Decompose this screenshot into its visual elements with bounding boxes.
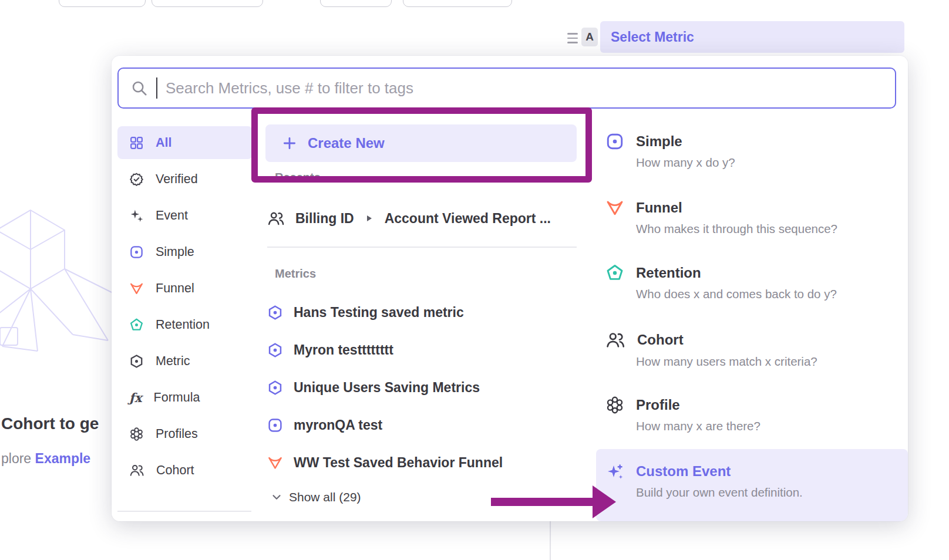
chart-type-line-button[interactable]: Line [403, 0, 512, 7]
sidebar-item-label: All [156, 136, 171, 150]
type-funnel[interactable]: Funnel Who makes it through this sequenc… [596, 198, 908, 236]
compare-button[interactable]: Compare [152, 0, 263, 7]
empty-state-subtext: plore Example [1, 451, 90, 467]
search-icon [130, 79, 148, 97]
metric-item-label: Myron testttttttt [294, 342, 393, 358]
metric-item-label: WW Test Saved Behavior Funnel [294, 455, 503, 471]
select-metric-button[interactable]: Select Metric [600, 21, 904, 53]
type-subtitle: Who makes it through this sequence? [596, 222, 908, 236]
sidebar-item-label: Funnel [156, 281, 194, 296]
grid-icon [129, 136, 144, 150]
recent-item-property: Account Viewed Report ... [385, 211, 551, 227]
select-metric-label: Select Metric [611, 29, 694, 45]
hexagon-purple-icon [267, 342, 283, 358]
type-profile[interactable]: Profile How many x are there? [596, 396, 908, 433]
verified-badge-icon [129, 172, 144, 187]
type-subtitle: Build your own event definition. [596, 485, 908, 500]
metric-list-item[interactable]: myronQA test [267, 412, 577, 438]
type-title: Custom Event [636, 463, 731, 480]
search-input[interactable] [166, 79, 883, 97]
sidebar-divider [117, 511, 251, 512]
search-box[interactable] [117, 68, 896, 109]
recents-divider [267, 247, 577, 248]
type-subtitle: How many x are there? [596, 419, 908, 433]
funnel-orange-icon [605, 198, 624, 217]
retention-teal-icon [605, 264, 624, 282]
plus-icon [282, 136, 297, 151]
hexagon-purple-icon [267, 380, 283, 396]
sidebar-item-label: Retention [156, 318, 210, 332]
spark-icon [129, 208, 144, 223]
type-title: Cohort [637, 332, 684, 348]
type-title: Funnel [636, 200, 682, 216]
range-12m-button[interactable]: 12M [18, 0, 56, 7]
sidebar-item-label: Metric [156, 354, 190, 369]
metric-picker-modal: All Verified Event Simple Funnel [112, 56, 908, 521]
sidebar-item-label: Simple [156, 245, 194, 259]
sidebar-item-cohort[interactable]: Cohort [117, 454, 253, 487]
sidebar-item-metric[interactable]: Metric [117, 345, 253, 377]
range-ytd-button[interactable]: YTD [59, 0, 146, 7]
chevron-down-icon [270, 491, 283, 504]
sidebar-item-label: Profiles [156, 427, 198, 441]
sidebar-item-funnel[interactable]: Funnel [117, 272, 253, 305]
type-custom-event[interactable]: Custom Event Build your own event defini… [596, 449, 908, 521]
show-all-label: Show all (29) [289, 490, 361, 504]
example-link[interactable]: Example [35, 451, 91, 466]
type-title: Simple [636, 133, 682, 150]
series-a-badge: A [581, 28, 598, 46]
show-all-button[interactable]: Show all (29) [270, 490, 361, 504]
people-icon [605, 330, 625, 350]
create-new-button[interactable]: Create New [265, 124, 577, 162]
hexagon-icon [129, 354, 144, 369]
sidebar-item-event[interactable]: Event [117, 199, 253, 232]
funnel-icon [129, 281, 144, 296]
recent-item-event: Billing ID [295, 211, 354, 227]
type-subtitle: How many x do y? [596, 156, 908, 170]
rounded-square-icon [129, 245, 144, 259]
type-cohort[interactable]: Cohort How many users match x criteria? [596, 330, 908, 369]
metric-list-item[interactable]: WW Test Saved Behavior Funnel [267, 450, 577, 475]
sidebar-item-retention[interactable]: Retention [117, 308, 253, 341]
flower-icon [605, 396, 624, 414]
text-caret [156, 77, 157, 99]
wireframe-cube-illustration [0, 194, 120, 387]
type-subtitle: How many users match x criteria? [596, 355, 908, 369]
type-simple[interactable]: Simple How many x do y? [596, 132, 908, 170]
metric-list-item[interactable]: Unique Users Saving Metrics [267, 375, 577, 400]
interval-day-button[interactable]: Day [320, 0, 392, 7]
flower-icon [129, 427, 144, 441]
formula-icon: ƒx [129, 390, 142, 405]
annotation-arrow [491, 498, 594, 506]
sidebar-item-label: Formula [154, 390, 200, 405]
metric-item-label: Hans Testing saved metric [294, 305, 464, 321]
metrics-header: Metrics [275, 267, 316, 281]
type-title: Profile [636, 397, 680, 413]
metric-item-label: Unique Users Saving Metrics [294, 380, 480, 396]
custom-event-spark-icon [605, 462, 624, 481]
retention-icon [129, 318, 144, 332]
people-icon [129, 463, 144, 478]
metric-item-label: myronQA test [294, 417, 382, 433]
sidebar-item-profiles[interactable]: Profiles [117, 417, 253, 450]
recents-header: Recents [275, 171, 321, 184]
app-window: 12M YTD Compare Day Line A Select Metric [0, 0, 949, 560]
rounded-square-purple-icon [605, 132, 624, 151]
series-a-label: A [585, 31, 594, 43]
sidebar-item-simple[interactable]: Simple [117, 235, 253, 268]
metric-list-item[interactable]: Myron testttttttt [267, 337, 577, 363]
sidebar-item-all[interactable]: All [117, 126, 253, 159]
sidebar-item-partial[interactable] [117, 515, 253, 521]
explore-prefix: plore [1, 451, 35, 466]
sidebar-item-verified[interactable]: Verified [117, 163, 253, 195]
annotation-arrow-head [593, 485, 616, 518]
type-title: Retention [636, 265, 701, 281]
recent-item[interactable]: Billing ID Account Viewed Report ... [267, 205, 577, 231]
create-new-label: Create New [308, 135, 385, 151]
drag-handle-icon[interactable] [567, 33, 578, 46]
metric-list-item[interactable]: Hans Testing saved metric [267, 299, 577, 325]
type-retention[interactable]: Retention Who does x and comes back to d… [596, 264, 908, 301]
sidebar-item-formula[interactable]: ƒx Formula [117, 381, 253, 414]
empty-state-headline: Cohort to ge [1, 414, 99, 433]
hexagon-purple-icon [267, 305, 283, 321]
